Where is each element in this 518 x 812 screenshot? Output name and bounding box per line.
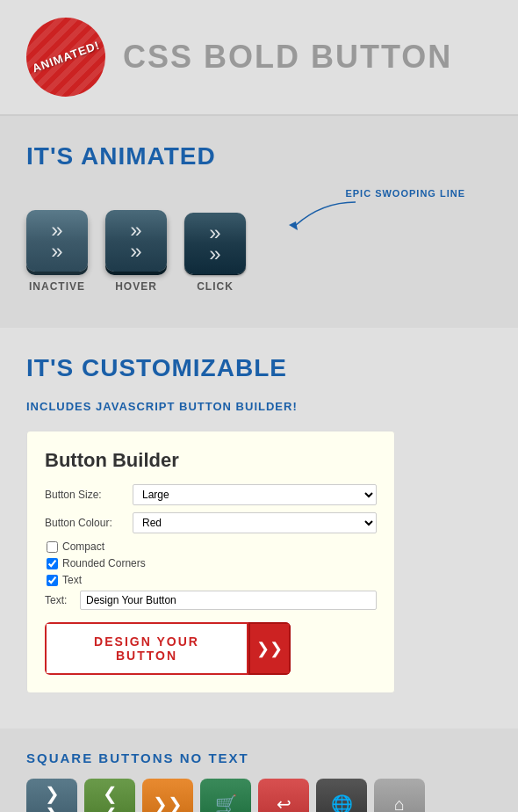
text-field-input[interactable] (80, 591, 377, 610)
rounded-checkbox[interactable] (47, 558, 58, 569)
logo-circle: ANIMATED! (26, 18, 105, 97)
customizable-subtitle: INCLUDES JAVASCRIPT BUTTON BUILDER! (26, 400, 492, 413)
demo-inactive-wrap: »» INACTIVE (26, 210, 88, 293)
demo-click-wrap: »» CLICK (184, 210, 246, 293)
header-title: CSS BOLD BUTTON (123, 39, 452, 76)
compact-label[interactable]: Compact (62, 540, 104, 553)
section-animated: IT'S ANIMATED EPIC SWOOPING LINE »» INAC… (0, 116, 518, 328)
colour-label: Button Colour: (45, 517, 133, 529)
animated-title: IT'S ANIMATED (26, 142, 492, 170)
demo-btn-inactive[interactable]: »» (26, 210, 88, 272)
design-btn-icon[interactable]: ❯❯ (248, 622, 291, 675)
chevron-icon: ❯❯ (256, 639, 283, 658)
sq-btn-dark[interactable]: 🌐 (316, 779, 367, 812)
section-customizable: IT'S CUSTOMIZABLE INCLUDES JAVASCRIPT BU… (0, 328, 518, 729)
sq-btn-blue[interactable]: ❯❯ (26, 779, 77, 812)
builder-box: Button Builder Button Size: Large Medium… (26, 431, 395, 693)
inactive-label: INACTIVE (29, 280, 85, 293)
header: ANIMATED! CSS BOLD BUTTON (0, 0, 518, 116)
chevron-right-icon: ❯❯ (153, 794, 183, 812)
rounded-label[interactable]: Rounded Corners (62, 557, 146, 569)
logo-text: ANIMATED! (30, 39, 101, 75)
demo-btn-click[interactable]: »» (184, 213, 246, 274)
squares-title: SQUARE BUTTONS NO TEXT (26, 750, 492, 765)
svg-marker-0 (289, 221, 298, 230)
size-label: Button Size: (45, 489, 133, 501)
globe-icon: 🌐 (331, 794, 353, 812)
sq-btn-teal[interactable]: 🛒 (200, 779, 251, 812)
customizable-title: IT'S CUSTOMIZABLE (26, 354, 492, 382)
design-btn-wrap: DESIGN YOUR BUTTON ❯❯ (45, 622, 291, 675)
buttons-demo: »» INACTIVE »» HOVER »» CLICK (26, 210, 246, 293)
chevron-down-icon-2: »» (130, 220, 141, 262)
square-buttons-row: ❯❯ ❮❮ ❯❯ 🛒 ↩ 🌐 ⌂ (26, 779, 492, 812)
design-btn-main[interactable]: DESIGN YOUR BUTTON (45, 622, 248, 675)
reply-icon: ↩ (277, 794, 291, 812)
chevron-up-icon: ❮❮ (103, 783, 118, 812)
home-icon: ⌂ (394, 794, 405, 813)
cart-icon: 🛒 (215, 794, 237, 812)
click-label: CLICK (197, 280, 234, 293)
chevron-down-icon: ❯❯ (45, 783, 60, 812)
compact-checkbox[interactable] (47, 541, 58, 553)
chevron-down-icon-3: »» (209, 222, 220, 265)
buttons-demo-container: EPIC SWOOPING LINE »» INACTIVE »» HOVER (26, 188, 492, 293)
sq-btn-orange[interactable]: ❯❯ (142, 779, 193, 812)
text-field-row: Text: (45, 591, 377, 610)
text-label[interactable]: Text (62, 574, 82, 586)
sq-btn-gray[interactable]: ⌂ (374, 779, 425, 812)
builder-size-row: Button Size: Large Medium Small (45, 484, 377, 505)
builder-title: Button Builder (45, 449, 377, 472)
text-field-label: Text: (45, 594, 80, 606)
section-squares: SQUARE BUTTONS NO TEXT ❯❯ ❮❮ ❯❯ 🛒 ↩ 🌐 ⌂ (0, 729, 518, 812)
text-checkbox[interactable] (47, 575, 58, 586)
arrow-svg (277, 200, 364, 236)
demo-hover-wrap: »» HOVER (105, 210, 167, 293)
epic-label: EPIC SWOOPING LINE (345, 188, 465, 199)
compact-row: Compact (45, 540, 377, 553)
builder-colour-row: Button Colour: Red Blue Green (45, 512, 377, 533)
size-select[interactable]: Large Medium Small (133, 484, 377, 505)
sq-btn-green[interactable]: ❮❮ (84, 779, 135, 812)
colour-select[interactable]: Red Blue Green (133, 512, 377, 533)
demo-btn-hover[interactable]: »» (105, 210, 167, 272)
chevron-down-icon: »» (51, 220, 62, 262)
text-row: Text (45, 574, 377, 586)
hover-label: HOVER (115, 280, 157, 293)
sq-btn-red[interactable]: ↩ (258, 779, 309, 812)
rounded-row: Rounded Corners (45, 557, 377, 569)
